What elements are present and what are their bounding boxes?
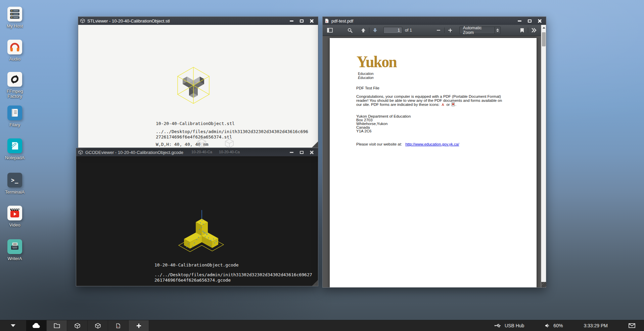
- plus-icon: [136, 323, 141, 328]
- arrow-up-icon: [361, 28, 366, 33]
- page-number-input[interactable]: [383, 27, 402, 34]
- search-icon: [348, 28, 353, 33]
- gcode-3d-print: [168, 199, 239, 253]
- website-line: Please visit our website at:http://www.e…: [356, 142, 459, 146]
- clock[interactable]: 3:33:29 PM: [584, 323, 608, 328]
- cube-icon: [75, 323, 80, 329]
- previous-page-button[interactable]: [359, 26, 368, 35]
- desktop-icon-label: NotepadA: [5, 155, 25, 160]
- paragraph-text: our site. PDF forms are indicated by the…: [356, 102, 440, 107]
- desktop-icon-label: TerminalA: [5, 190, 25, 195]
- stl-path-line1: ../../Desktop/files/admin/inith31302d323…: [156, 129, 308, 134]
- zoom-level-dropdown[interactable]: Automatic Zoom: [459, 27, 501, 34]
- usb-icon: [494, 323, 502, 328]
- maximize-button[interactable]: [525, 17, 534, 24]
- paragraph-line: Congratulations, your computer is equipp…: [356, 95, 517, 99]
- usb-status[interactable]: USB Hub: [494, 323, 524, 328]
- desktop-icon-my-host[interactable]: My Host: [2, 7, 28, 29]
- minimize-icon: [518, 20, 521, 22]
- volume-label: 60%: [553, 323, 563, 328]
- ghost-file-icon-1[interactable]: 10-20-40-Ca: [191, 138, 212, 154]
- desktop-icon-writera[interactable]: WriterA: [2, 239, 28, 261]
- desktop-icon-terminala[interactable]: >_ TerminalA: [2, 173, 28, 195]
- ghost-file-icon-2[interactable]: 10-20-40-Ca: [219, 138, 240, 154]
- minus-icon: [437, 30, 440, 31]
- minimize-button[interactable]: [287, 149, 296, 156]
- taskbar-item-files[interactable]: [47, 320, 67, 331]
- close-icon: [310, 150, 314, 154]
- plus-icon: [448, 29, 452, 32]
- search-button[interactable]: [346, 26, 354, 35]
- desktop-icon-ffmpeg-factory[interactable]: FFmpeg Factory: [2, 72, 28, 99]
- close-button[interactable]: [307, 17, 316, 24]
- doc-paragraph: Congratulations, your computer is equipp…: [356, 95, 517, 107]
- more-tools-button[interactable]: [530, 26, 538, 35]
- usb-label: USB Hub: [505, 323, 524, 328]
- desktop-icon-label: Filary: [9, 122, 20, 127]
- pdf-scrollbar[interactable]: [541, 25, 546, 287]
- desktop-icon-audio[interactable]: Audio: [2, 40, 28, 61]
- resize-grip[interactable]: [312, 141, 318, 148]
- ghost-file-label: 10-20-40-Ca: [191, 150, 212, 154]
- minimize-button[interactable]: [287, 17, 296, 24]
- clock-label: 3:33:29 PM: [584, 323, 608, 328]
- close-button[interactable]: [535, 17, 544, 24]
- stl-viewport[interactable]: 10-20-40-CalibrationObject.stl ../../Des…: [78, 25, 318, 148]
- website-link[interactable]: http://www.education.gov.yk.ca/: [405, 142, 459, 146]
- taskbar-item-pdfviewer[interactable]: [108, 320, 129, 331]
- stl-viewer-window: STLviewer - 10-20-40-CalibrationObject.s…: [78, 16, 318, 148]
- pdf-titlebar[interactable]: pdf-test.pdf: [323, 17, 546, 25]
- desktop-icon-notepada[interactable]: NotepadA: [2, 138, 28, 160]
- stl-filename: 10-20-40-CalibrationObject.stl: [156, 121, 235, 126]
- bookmark-icon: [520, 28, 524, 33]
- website-label: Please visit our website at:: [356, 142, 402, 146]
- logo-subtitle-fr: Éducation: [358, 76, 374, 80]
- taskbar-item-stlviewer[interactable]: [67, 320, 88, 331]
- cube-icon: [225, 138, 234, 149]
- system-tray: USB Hub 60% 3:33:29 PM: [473, 320, 644, 331]
- desktop: My Host Audio FFmpeg Factory: [0, 0, 644, 331]
- cube-icon: [95, 323, 101, 329]
- cube-icon: [78, 150, 83, 155]
- bookmark-button[interactable]: [518, 26, 526, 35]
- scroll-up-button[interactable]: [541, 25, 546, 30]
- scrollbar-thumb[interactable]: [542, 32, 546, 46]
- desktop-icon-label: Video: [9, 222, 20, 227]
- volume-status[interactable]: 60%: [545, 323, 563, 328]
- zoom-in-button[interactable]: [446, 26, 455, 35]
- maximize-button[interactable]: [297, 149, 306, 156]
- window-title: pdf-test.pdf: [331, 18, 515, 24]
- resize-grip[interactable]: [312, 280, 318, 286]
- taskbar-item-cloud[interactable]: [26, 320, 47, 331]
- maximize-button[interactable]: [297, 17, 306, 24]
- pdf-content-area[interactable]: Yukon Education Éducation PDF Test File …: [323, 36, 541, 287]
- zoom-out-button[interactable]: [434, 26, 443, 35]
- new-window-button[interactable]: [129, 320, 149, 331]
- note-pencil-icon: [7, 138, 22, 153]
- desktop-icon-video[interactable]: Video: [2, 206, 28, 227]
- maximize-icon: [300, 19, 304, 23]
- desktop-icon-filary[interactable]: Filary: [2, 106, 28, 127]
- close-icon: [538, 19, 542, 23]
- minimize-icon: [290, 20, 293, 22]
- toolbar-separator: [528, 28, 528, 33]
- taskbar-menu-button[interactable]: [0, 320, 26, 331]
- cube-icon: [197, 138, 206, 149]
- minimize-button[interactable]: [515, 17, 524, 24]
- paragraph-line: our site. PDF forms are indicated by the…: [356, 102, 517, 107]
- stl-titlebar[interactable]: STLviewer - 10-20-40-CalibrationObject.s…: [78, 17, 318, 25]
- desktop-icon-label: My Host: [7, 24, 23, 29]
- yukon-logo: Yukon: [357, 52, 397, 71]
- window-resize-grip[interactable]: [541, 282, 546, 287]
- notifications[interactable]: [629, 323, 635, 328]
- next-page-button[interactable]: [371, 26, 379, 35]
- maximize-icon: [300, 151, 304, 154]
- double-chevron-right-icon: [531, 28, 537, 33]
- cube-icon: [80, 18, 85, 23]
- sidebar-toggle-button[interactable]: [325, 26, 334, 35]
- doc-heading: PDF Test File: [356, 86, 379, 90]
- gcode-viewer-window: GCODEviewer - 10-20-40-CalibrationObject…: [76, 148, 318, 286]
- gcode-viewport[interactable]: 10-20-40-CalibrationObject.gcode ../../D…: [76, 156, 318, 286]
- close-button[interactable]: [307, 149, 316, 156]
- taskbar-item-gcodeviewer[interactable]: [88, 320, 108, 331]
